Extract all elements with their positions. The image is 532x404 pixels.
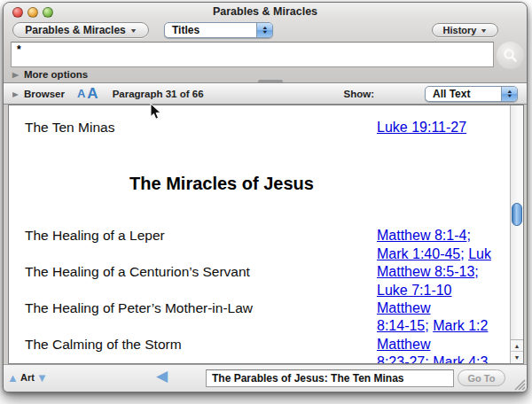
more-options-label: More options <box>24 69 88 80</box>
show-label: Show: <box>344 89 375 99</box>
disclosure-triangle-icon: ▶ <box>12 71 19 79</box>
scripture-link[interactable]: 8:23-27 <box>377 354 425 363</box>
zoom-button[interactable] <box>43 7 53 18</box>
entry-title: The Calming of the Storm <box>9 336 377 354</box>
content-area: The Ten MinasLuke 19:11-27The Miracles o… <box>9 105 510 363</box>
scroll-up-icon: ▲ <box>514 343 520 349</box>
scroll-down-button[interactable]: ▼ <box>511 352 523 363</box>
entry-title: The Healing of a Centurion’s Servant <box>9 263 377 281</box>
browser-bar: ▶ Browser A A Paragraph 31 of 66 Show: A… <box>4 82 527 105</box>
back-button[interactable]: ◀ <box>156 370 168 382</box>
scrollbar-thumb[interactable] <box>512 203 522 226</box>
content-row: The Ten MinasLuke 19:11-27 <box>9 119 510 136</box>
popup-stepper-icon: ▲▼ <box>256 23 272 37</box>
section-heading: The Miracles of Jesus <box>9 174 434 194</box>
window-chrome: Parables & Miracles Parables & Miracles … <box>4 3 527 82</box>
reference-separator: ; <box>425 318 433 333</box>
history-button[interactable]: History ▼ <box>432 23 498 37</box>
reference-separator: ; <box>460 246 468 261</box>
chevron-down-icon: ▼ <box>480 27 488 34</box>
more-options-disclosure[interactable]: ▶ More options <box>12 69 88 80</box>
search-icon <box>503 48 518 63</box>
close-button[interactable] <box>12 7 23 18</box>
scripture-link[interactable]: Luke 7:1-10 <box>377 283 452 298</box>
scripture-link[interactable]: Mark 4:3 <box>433 354 488 363</box>
art-previous-button[interactable]: ▲ <box>7 372 19 384</box>
vertical-scrollbar[interactable]: ▲ ▼ <box>510 105 523 363</box>
content-row: The Healing of Peter’s Mother-in-LawMatt… <box>9 299 510 336</box>
reference-separator: ; <box>425 354 433 363</box>
scroll-down-icon: ▼ <box>514 354 520 361</box>
scripture-link[interactable]: Luke 19:11-27 <box>377 120 466 135</box>
scripture-link[interactable]: Mark 1:2 <box>433 318 488 333</box>
popup-stepper-icon: ▲▼ <box>501 87 517 101</box>
go-to-button[interactable]: Go To <box>458 369 505 386</box>
scripture-link[interactable]: Matthew <box>377 300 430 315</box>
search-field-popup[interactable]: Titles ▲▼ <box>164 22 273 38</box>
window-title: Parables & Miracles <box>4 3 527 21</box>
scrollbar-buttons: ▲ ▼ <box>511 339 523 363</box>
art-label: Art <box>20 372 35 383</box>
show-popup[interactable]: All Text ▲▼ <box>425 86 518 102</box>
scripture-link[interactable]: Matthew 8:1-4 <box>377 228 466 243</box>
entry-references: Matthew8:23-27; Mark 4:3 <box>377 336 510 363</box>
content-list: The Ten MinasLuke 19:11-27The Miracles o… <box>9 105 510 363</box>
entry-title: The Healing of Peter’s Mother-in-Law <box>9 299 377 317</box>
scripture-link[interactable]: 8:14-15 <box>377 318 425 333</box>
content-row: The Healing of a LeperMatthew 8:1-4;Mark… <box>9 227 510 263</box>
search-field-popup-value: Titles <box>165 24 256 36</box>
reference-separator: ; <box>466 228 470 243</box>
entry-references: Luke 19:11-27 <box>377 119 510 136</box>
app-window: Parables & Miracles Parables & Miracles … <box>3 2 528 392</box>
minimize-button[interactable] <box>27 7 38 18</box>
scripture-link[interactable]: Matthew 8:5-13 <box>377 264 474 279</box>
title-bar[interactable]: Parables & Miracles <box>4 3 527 21</box>
go-to-label: Go To <box>468 373 496 384</box>
art-next-button[interactable]: ▼ <box>36 372 48 384</box>
entry-title: The Ten Minas <box>9 119 377 136</box>
entry-references: Matthew8:14-15; Mark 1:2 <box>377 299 510 336</box>
paragraph-status: Paragraph 31 of 66 <box>113 89 204 99</box>
disclosure-triangle-icon[interactable]: ▶ <box>12 89 19 97</box>
reference-separator: ; <box>474 264 478 279</box>
increase-font-button[interactable]: A <box>87 85 98 103</box>
history-button-label: History <box>443 25 477 35</box>
module-dropdown-button[interactable]: Parables & Miracles ▼ <box>12 22 149 38</box>
scripture-link[interactable]: Matthew <box>377 337 430 352</box>
location-input[interactable] <box>206 369 454 387</box>
search-button[interactable] <box>497 42 524 69</box>
scroll-up-button[interactable]: ▲ <box>511 340 523 352</box>
chevron-down-icon: ▼ <box>129 27 137 34</box>
content-row: The Calming of the StormMatthew8:23-27; … <box>9 336 510 363</box>
bottom-bar: ▲ Art ▼ ◀ Go To <box>4 364 527 392</box>
scripture-link[interactable]: Mark 1:40-45 <box>377 246 460 261</box>
show-popup-value: All Text <box>426 88 501 100</box>
search-input[interactable]: * <box>11 42 494 67</box>
browser-label: Browser <box>24 89 65 99</box>
module-dropdown-label: Parables & Miracles <box>25 24 125 36</box>
scripture-link[interactable]: Luk <box>468 246 491 261</box>
decrease-font-button[interactable]: A <box>77 87 85 100</box>
entry-references: Matthew 8:5-13;Luke 7:1-10 <box>377 263 510 299</box>
mouse-cursor <box>150 103 162 120</box>
content-row: The Healing of a Centurion’s ServantMatt… <box>9 263 510 299</box>
entry-references: Matthew 8:1-4;Mark 1:40-45; Luk <box>377 227 510 263</box>
content-scrollpane: The Ten MinasLuke 19:11-27The Miracles o… <box>8 105 524 364</box>
entry-title: The Healing of a Leper <box>9 227 377 245</box>
resize-grip[interactable] <box>512 377 526 391</box>
